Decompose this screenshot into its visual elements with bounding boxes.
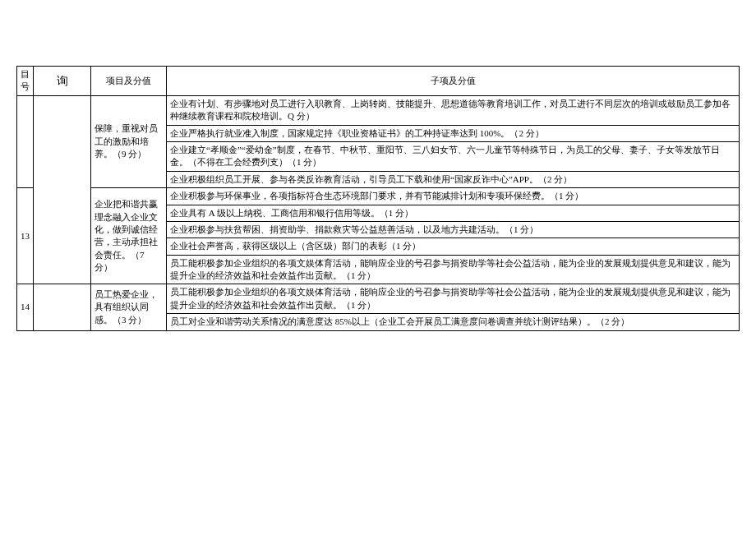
cell-sub: 企业积极参与环保事业，各项指标符合生态环境部门要求，并有节能减排计划和专项环保经…: [167, 188, 740, 205]
cell-query-14-blank: [34, 284, 91, 330]
header-num: 目号: [17, 67, 34, 96]
cell-sub: 员工能积极参加企业组织的各项文娱体育活动，能响应企业的号召参与捐资助学等社会公益…: [167, 255, 740, 284]
header-project: 项目及分值: [91, 67, 167, 96]
table-row: 14 员工热爱企业，具有组织认同感。（3 分） 员工能积极参加企业组织的各项文娱…: [17, 284, 740, 314]
cell-num-blank: [17, 95, 34, 187]
cell-num-14: 14: [17, 284, 34, 330]
cell-sub: 企业有计划、有步骤地对员工进行入职教育、上岗转岗、技能提升、思想道德等教育培训工…: [167, 95, 740, 125]
cell-sub: 企业具有 A 级以上纳税、工商信用和银行信用等级。（1 分）: [167, 205, 740, 221]
table-row: 保障，重视对员工的激励和培养。（9 分） 企业有计划、有步骤地对员工进行入职教育…: [17, 95, 740, 125]
cell-query-blank: [34, 95, 91, 284]
header-query: 询: [34, 67, 91, 96]
cell-sub: 企业积极参与扶贫帮困、捐资助学、捐款救灾等公益慈善活动，以及地方共建活动。（1 …: [167, 221, 740, 238]
table-row: 13 企业把和谐共赢理念融入企业文化，做到诚信经营，主动承担社会责任。（7 分）…: [17, 188, 740, 205]
cell-project-13: 企业把和谐共赢理念融入企业文化，做到诚信经营，主动承担社会责任。（7 分）: [91, 188, 167, 284]
cell-sub: 企业积极组织员工开展、参与各类反诈教育活动，引导员工下载和使用“国家反诈中心”A…: [167, 171, 740, 187]
cell-sub: 企业严格执行就业准入制度，国家规定持《职业资格证书》的工种持证率达到 100%。…: [167, 125, 740, 141]
cell-project-first: 保障，重视对员工的激励和培养。（9 分）: [91, 95, 167, 187]
cell-sub: 企业社会声誉高，获得区级以上（含区级）部门的表彰（1 分）: [167, 238, 740, 255]
header-sub: 子项及分值: [167, 67, 740, 96]
header-row: 目号 询 项目及分值 子项及分值: [17, 67, 740, 96]
evaluation-table: 目号 询 项目及分值 子项及分值 保障，重视对员工的激励和培养。（9 分） 企业…: [16, 66, 740, 331]
cell-num-13: 13: [17, 188, 34, 284]
cell-project-14: 员工热爱企业，具有组织认同感。（3 分）: [91, 284, 167, 330]
cell-sub: 员工能积极参加企业组织的各项文娱体育活动，能响应企业的号召参与捐资助学等社会公益…: [167, 284, 740, 314]
cell-sub: 企业建立“孝顺金”“爱幼金”制度，在春节、中秋节、重阳节、三八妇女节、六一儿童节…: [167, 141, 740, 171]
cell-sub: 员工对企业和谐劳动关系情况的满意度达 85%以上（企业工会开展员工满意度问卷调查…: [167, 314, 740, 330]
